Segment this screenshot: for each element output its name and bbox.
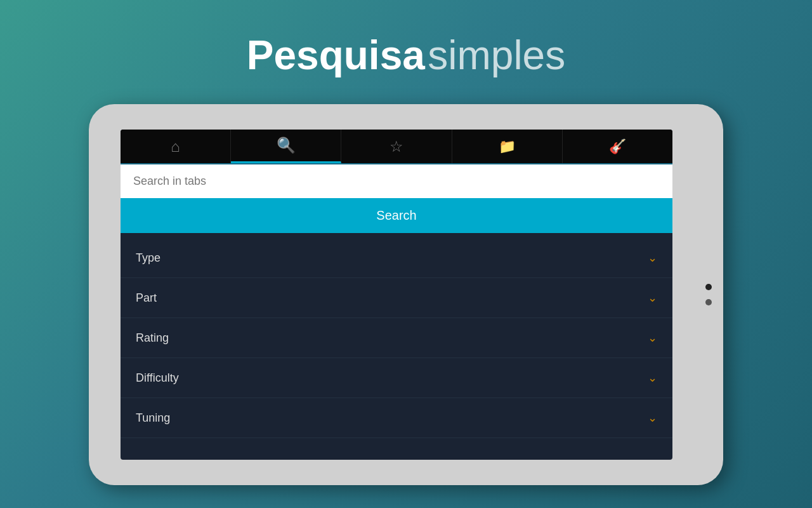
tablet-container: ⌂ 🔍 ☆ 📁 🎸 [89, 104, 723, 485]
header-section: Pesquisa simples [247, 32, 565, 79]
tab-search[interactable]: 🔍 [231, 130, 341, 163]
star-icon: ☆ [390, 138, 403, 156]
side-dots [705, 284, 712, 305]
filter-row-tuning[interactable]: Tuning ⌄ [121, 398, 672, 438]
search-icon: 🔍 [277, 137, 296, 154]
filter-row-type[interactable]: Type ⌄ [121, 238, 672, 278]
guitar-icon: 🎸 [609, 138, 626, 155]
filter-label-type: Type [136, 251, 160, 265]
search-button[interactable]: Search [121, 198, 672, 233]
tab-folder[interactable]: 📁 [452, 130, 563, 163]
tab-favorites[interactable]: ☆ [341, 130, 452, 163]
chevron-down-icon-difficulty: ⌄ [648, 371, 657, 385]
tablet-screen: ⌂ 🔍 ☆ 📁 🎸 [121, 130, 672, 460]
title-bold: Pesquisa [247, 32, 425, 78]
filter-row-rating[interactable]: Rating ⌄ [121, 318, 672, 358]
search-input-wrapper [121, 164, 672, 198]
home-icon: ⌂ [171, 138, 180, 156]
filter-label-rating: Rating [136, 331, 169, 345]
chevron-down-icon-rating: ⌄ [648, 331, 657, 345]
tab-guitar[interactable]: 🎸 [563, 130, 672, 163]
filter-list: Type ⌄ Part ⌄ Rating ⌄ Difficulty ⌄ Tuni… [121, 238, 672, 438]
chevron-down-icon-tuning: ⌄ [648, 411, 657, 425]
filter-label-difficulty: Difficulty [136, 371, 179, 385]
search-button-label: Search [376, 208, 416, 222]
filter-label-part: Part [136, 291, 157, 305]
filter-label-tuning: Tuning [136, 411, 170, 425]
tablet-frame: ⌂ 🔍 ☆ 📁 🎸 [89, 104, 723, 485]
tab-home[interactable]: ⌂ [121, 130, 231, 163]
filter-row-difficulty[interactable]: Difficulty ⌄ [121, 358, 672, 398]
folder-icon: 📁 [499, 138, 516, 155]
filter-row-part[interactable]: Part ⌄ [121, 278, 672, 318]
tab-bar: ⌂ 🔍 ☆ 📁 🎸 [121, 130, 672, 164]
dot-1 [705, 284, 712, 290]
title-light: simples [428, 32, 565, 78]
chevron-down-icon-type: ⌄ [648, 251, 657, 265]
chevron-down-icon-part: ⌄ [648, 291, 657, 305]
dot-2 [705, 299, 712, 305]
search-input[interactable] [121, 164, 672, 198]
